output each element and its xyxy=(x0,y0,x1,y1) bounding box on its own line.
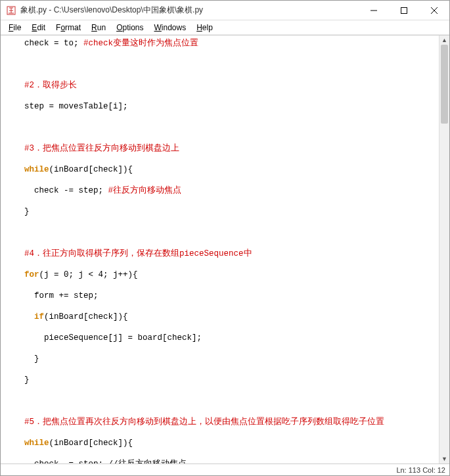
statusbar: Ln: 113 Col: 12 xyxy=(1,464,449,475)
menu-file[interactable]: File xyxy=(3,22,26,34)
maximize-button[interactable] xyxy=(389,1,419,20)
editor-container: check = to; #check变量这时作为焦点位置 #2．取得步长 ste… xyxy=(1,35,449,464)
vertical-scrollbar[interactable]: ▲ ▼ xyxy=(439,36,449,464)
menu-help[interactable]: Help xyxy=(191,22,218,34)
titlebar[interactable]: 象棋.py - C:\Users\lenovo\Desktop\中国象棋\象棋.… xyxy=(1,1,449,20)
menubar: File Edit Format Run Options Windows Hel… xyxy=(1,20,449,35)
menu-run[interactable]: Run xyxy=(86,22,111,34)
menu-format[interactable]: Format xyxy=(51,22,86,34)
scroll-up-icon[interactable]: ▲ xyxy=(439,36,449,45)
svg-rect-1 xyxy=(401,7,407,13)
window-controls xyxy=(359,1,449,20)
window-title: 象棋.py - C:\Users\lenovo\Desktop\中国象棋\象棋.… xyxy=(20,5,359,16)
app-icon xyxy=(6,5,16,16)
minimize-button[interactable] xyxy=(359,1,389,20)
code-editor[interactable]: check = to; #check变量这时作为焦点位置 #2．取得步长 ste… xyxy=(1,36,439,464)
menu-windows[interactable]: Windows xyxy=(149,22,192,34)
scroll-down-icon[interactable]: ▼ xyxy=(439,454,449,464)
cursor-position: Ln: 113 Col: 12 xyxy=(396,466,445,474)
app-window: 象棋.py - C:\Users\lenovo\Desktop\中国象棋\象棋.… xyxy=(0,0,450,476)
menu-edit[interactable]: Edit xyxy=(26,22,51,34)
menu-options[interactable]: Options xyxy=(111,22,148,34)
close-button[interactable] xyxy=(419,1,449,20)
scrollbar-thumb[interactable] xyxy=(441,45,448,124)
